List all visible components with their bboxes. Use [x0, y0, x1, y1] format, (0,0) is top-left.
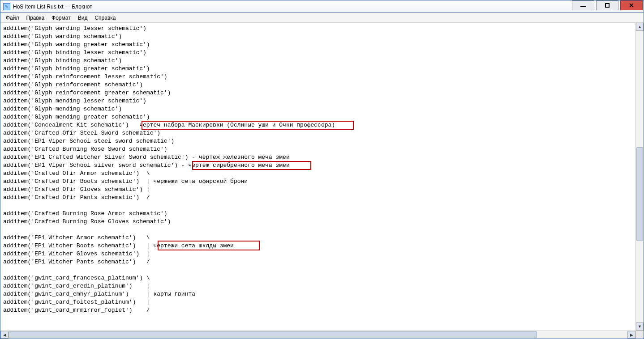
maximize-button[interactable]	[596, 0, 618, 10]
text-line[interactable]	[3, 226, 633, 234]
text-line[interactable]: additem('Crafted Burning Rose Sword sche…	[3, 145, 633, 153]
text-line[interactable]: additem('EP1 Witcher Gloves schematic') …	[3, 250, 633, 258]
text-line[interactable]: additem('Crafted Ofir Boots schematic') …	[3, 178, 633, 186]
scroll-down-arrow-icon[interactable]: ▼	[636, 322, 644, 331]
window-title: HoS Item List Rus.txt — Блокнот	[13, 4, 571, 10]
text-line[interactable]: additem('EP1 Crafted Witcher Silver Swor…	[3, 153, 633, 161]
text-line[interactable]: additem('Glyph mending lesser schematic'…	[3, 97, 633, 105]
text-line[interactable]: additem('Glyph binding schematic')	[3, 57, 633, 65]
menubar: Файл Правка Формат Вид Справка	[0, 13, 644, 23]
horizontal-scrollbar[interactable]: ◀ ▶	[0, 331, 635, 339]
hscroll-thumb[interactable]	[9, 331, 537, 338]
text-line[interactable]: additem('Crafted Ofir Steel Sword schema…	[3, 129, 633, 137]
close-button[interactable]: ✕	[620, 0, 643, 10]
notepad-icon: ✎	[3, 3, 10, 10]
scroll-left-arrow-icon[interactable]: ◀	[0, 331, 9, 339]
text-line[interactable]: additem('Glyph warding lesser schematic'…	[3, 25, 633, 33]
text-line[interactable]: additem('Crafted Burning Rose Armor sche…	[3, 210, 633, 218]
text-line[interactable]: additem('Crafted Ofir Pants schematic') …	[3, 194, 633, 202]
hscroll-track[interactable]	[9, 331, 627, 339]
text-line[interactable]: additem('EP1 Witcher Armor schematic') \	[3, 234, 633, 242]
text-line[interactable]: additem('Crafted Burning Rose Gloves sch…	[3, 218, 633, 226]
text-line[interactable]: additem('gwint_card_eredin_platinum') |	[3, 282, 633, 290]
menu-help[interactable]: Справка	[91, 14, 119, 22]
content-area: additem('Glyph warding lesser schematic'…	[0, 23, 644, 339]
text-area[interactable]: additem('Glyph warding lesser schematic'…	[0, 23, 644, 339]
text-line[interactable]: additem('gwint_card_mrmirror_foglet') /	[3, 306, 633, 314]
text-line[interactable]: additem('Glyph reinforcement schematic')	[3, 81, 633, 89]
scroll-corner	[635, 331, 644, 339]
text-line[interactable]: additem('Glyph binding lesser schematic'…	[3, 49, 633, 57]
text-line[interactable]: additem('EP1 Witcher Pants schematic') /	[3, 258, 633, 266]
menu-file[interactable]: Файл	[2, 14, 23, 22]
text-line[interactable]: additem('gwint_card_foltest_platinum') |	[3, 298, 633, 306]
menu-edit[interactable]: Правка	[23, 14, 48, 22]
text-line[interactable]	[3, 266, 633, 274]
text-line[interactable]: additem('Glyph reinforcement lesser sche…	[3, 73, 633, 81]
vscroll-thumb[interactable]	[636, 147, 643, 241]
menu-view[interactable]: Вид	[74, 14, 91, 22]
vscroll-track[interactable]	[636, 31, 644, 322]
text-line[interactable]: additem('Crafted Ofir Armor schematic') …	[3, 170, 633, 178]
titlebar[interactable]: ✎ HoS Item List Rus.txt — Блокнот ✕	[0, 0, 644, 13]
text-line[interactable]: additem('Glyph binding greater schematic…	[3, 65, 633, 73]
minimize-button[interactable]	[572, 0, 594, 10]
text-line[interactable]: additem('EP1 Viper School steel sword sc…	[3, 137, 633, 145]
text-line[interactable]: additem('EP1 Witcher Boots schematic') |…	[3, 242, 633, 250]
text-line[interactable]: additem('gwint_card_emhyr_platinum') | к…	[3, 290, 633, 298]
text-line[interactable]: additem('Glyph warding schematic')	[3, 33, 633, 41]
text-line[interactable]: additem('Glyph mending greater schematic…	[3, 113, 633, 121]
notepad-window: ✎ HoS Item List Rus.txt — Блокнот ✕ Файл…	[0, 0, 644, 339]
text-content[interactable]: additem('Glyph warding lesser schematic'…	[0, 23, 635, 331]
text-line[interactable]: additem('gwint_card_francesca_platinum')…	[3, 274, 633, 282]
text-line[interactable]: additem('Glyph mending schematic')	[3, 105, 633, 113]
text-line[interactable]: additem('EP1 Viper School silver sword s…	[3, 161, 633, 170]
scroll-up-arrow-icon[interactable]: ▲	[636, 23, 644, 31]
scroll-right-arrow-icon[interactable]: ▶	[627, 331, 635, 339]
menu-format[interactable]: Формат	[48, 14, 74, 22]
window-controls: ✕	[571, 0, 644, 13]
text-line[interactable]: additem('Concealment Kit schematic') чер…	[3, 121, 633, 129]
text-line[interactable]: additem('Glyph reinforcement greater sch…	[3, 89, 633, 97]
text-line[interactable]: additem('Crafted Ofir Gloves schematic')…	[3, 186, 633, 194]
text-line[interactable]: additem('Glyph warding greater schematic…	[3, 41, 633, 49]
text-line[interactable]	[3, 202, 633, 210]
vertical-scrollbar[interactable]: ▲ ▼	[635, 23, 644, 331]
